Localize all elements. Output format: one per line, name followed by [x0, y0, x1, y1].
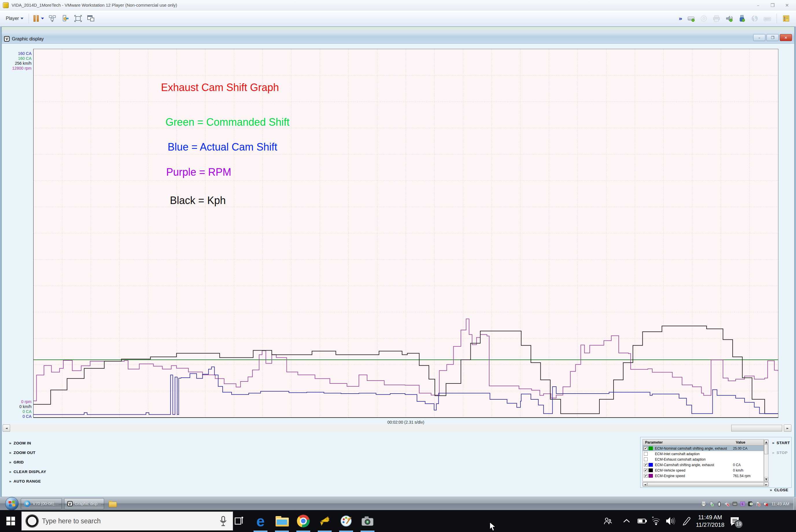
usb-icon[interactable]: [737, 14, 747, 23]
vmware-icon[interactable]: [314, 510, 335, 532]
table-row[interactable]: ✔ECM-Nominal camshaft shifting angle, ex…: [643, 445, 764, 451]
suspend-button[interactable]: [32, 15, 40, 22]
zoom-out-button[interactable]: »ZOOM OUT: [9, 448, 46, 457]
paint-icon[interactable]: [335, 510, 357, 532]
table-horizontal-scrollbar[interactable]: ◄ ►: [643, 482, 769, 487]
expand-toolbar-icon[interactable]: »: [679, 15, 682, 22]
value-column-header[interactable]: Value: [736, 440, 759, 444]
battery-icon[interactable]: [637, 510, 647, 532]
host-clock[interactable]: 11:49 AM11/27/2018: [695, 510, 725, 532]
vm-explorer-button[interactable]: [109, 501, 116, 507]
auto-range-button[interactable]: »AUTO RANGE: [9, 476, 46, 486]
scroll-left-button[interactable]: ◄: [3, 424, 10, 432]
fullscreen-icon[interactable]: [73, 14, 83, 23]
vmware-tools-icon[interactable]: vm: [733, 501, 737, 506]
mouse-cursor: [489, 522, 497, 532]
usb-icon[interactable]: [709, 501, 714, 506]
pen-icon[interactable]: [682, 510, 691, 532]
row-checkbox[interactable]: ✔: [644, 463, 648, 467]
clear-display-button[interactable]: »CLEAR DISPLAY: [9, 467, 46, 476]
arrow-icon: »: [9, 460, 12, 464]
vm-show-desktop-button[interactable]: [793, 497, 796, 510]
parameter-panel: Parameter Value ✔ECM-Nominal camshaft sh…: [640, 437, 792, 488]
wifi-icon[interactable]: *: [651, 510, 661, 532]
tools-note-icon[interactable]: [781, 14, 791, 23]
gd-minimize-button[interactable]: –: [753, 34, 765, 41]
sound-icon[interactable]: [724, 14, 734, 23]
parameter-column-header[interactable]: Parameter: [643, 440, 736, 444]
row-checkbox[interactable]: ✔: [644, 446, 648, 450]
vm-start-button[interactable]: [5, 497, 19, 510]
chevron-up-icon[interactable]: [622, 510, 631, 532]
vida-play-icon[interactable]: [748, 501, 753, 506]
search-box[interactable]: Type here to search: [21, 512, 233, 531]
row-checkbox[interactable]: [644, 452, 648, 456]
gd-restore-button[interactable]: ❐: [766, 34, 779, 41]
gd-close-button[interactable]: ✕: [780, 34, 792, 41]
zoom-in-button[interactable]: »ZOOM IN: [9, 438, 46, 448]
table-scroll-up-button[interactable]: ▲: [764, 440, 768, 444]
printer-icon[interactable]: [701, 501, 706, 506]
chart-plot-area[interactable]: Exhaust Cam Shift GraphGreen = Commanded…: [33, 49, 778, 418]
scroll-right-button[interactable]: ►: [784, 424, 791, 432]
table-scroll-down-button[interactable]: ▼: [764, 477, 768, 481]
action-center-icon[interactable]: 19: [730, 510, 740, 532]
parameter-name: ECM-Nominal camshaft shifting angle, exh…: [655, 446, 733, 451]
printer-icon[interactable]: [711, 14, 721, 23]
task-view-button[interactable]: [228, 510, 250, 532]
stop-button[interactable]: » STOP: [772, 451, 788, 455]
table-row[interactable]: ✔ECM-Vehicle speed0 km/h: [643, 468, 764, 473]
file-explorer-icon[interactable]: [271, 510, 293, 532]
table-row[interactable]: ✔ECM-Camshaft shifting angle, exhaust0 C…: [643, 462, 764, 468]
table-vertical-scrollbar[interactable]: ▲ ▼: [764, 439, 769, 482]
start-button[interactable]: [0, 510, 21, 532]
table-row[interactable]: ✔ECM-Engine speed761.54 rpm: [643, 473, 764, 478]
table-scroll-right-button[interactable]: ►: [764, 482, 769, 486]
devices-icon[interactable]: [60, 14, 70, 23]
vm-taskbar: eV70 (00-08),...VGraphic disp... vm E 11…: [0, 497, 796, 510]
grid-button[interactable]: »GRID: [9, 457, 46, 467]
axis-label: 160 CA: [3, 51, 32, 56]
microphone-icon[interactable]: [220, 516, 227, 526]
vmware-player-window: VIDA_2014D_1MoreTech - VMware Workstatio…: [0, 0, 796, 532]
close-button-gd[interactable]: » CLOSE: [770, 488, 788, 492]
table-row[interactable]: ECM-Exhaust camshaft adaption: [643, 457, 764, 462]
battery-icon[interactable]: [717, 501, 722, 506]
volume-icon[interactable]: [666, 510, 676, 532]
start-button[interactable]: » START: [772, 441, 790, 445]
mute-icon[interactable]: [725, 501, 729, 506]
player-menu[interactable]: Player: [3, 15, 26, 22]
suspend-menu-icon[interactable]: [41, 18, 44, 19]
clock-time: 11:49 AM: [696, 513, 725, 521]
parameter-table: Parameter Value ✔ECM-Nominal camshaft sh…: [643, 439, 764, 481]
edge-icon[interactable]: e: [250, 510, 271, 532]
close-button[interactable]: ✕: [780, 0, 794, 11]
table-scroll-left-button[interactable]: ◄: [643, 482, 647, 486]
vm-task-graphic-disp-[interactable]: VGraphic disp...: [64, 498, 104, 509]
chart-horizontal-scrollbar[interactable]: ◄ ►: [3, 424, 791, 432]
vida-e-icon[interactable]: E: [740, 501, 745, 506]
vm-task-v70-00-08-[interactable]: eV70 (00-08),...: [21, 498, 62, 509]
vm-clock[interactable]: 11:49 AM: [772, 501, 789, 506]
camera-icon[interactable]: [357, 510, 378, 532]
cd-icon[interactable]: [699, 14, 709, 23]
row-checkbox[interactable]: [644, 457, 648, 461]
scrollbar-thumb[interactable]: [731, 425, 782, 432]
vida-icon: V: [67, 501, 73, 506]
maximize-button[interactable]: ❐: [765, 0, 780, 11]
keyboard-icon[interactable]: [762, 14, 772, 23]
unity-icon[interactable]: [86, 14, 96, 23]
bluetooth-icon[interactable]: [750, 14, 760, 23]
minimize-button[interactable]: –: [751, 0, 765, 11]
chrome-icon[interactable]: [293, 510, 314, 532]
disconnect-icon[interactable]: [764, 501, 769, 506]
people-icon[interactable]: [603, 510, 612, 532]
row-checkbox[interactable]: ✔: [644, 474, 648, 478]
hard-disk-icon[interactable]: [686, 14, 696, 23]
ctrl-alt-del-icon[interactable]: [48, 14, 58, 23]
row-checkbox[interactable]: ✔: [644, 469, 648, 472]
table-vscroll-thumb[interactable]: [764, 444, 768, 454]
flag-icon[interactable]: [756, 501, 761, 506]
table-hscroll-thumb[interactable]: [647, 482, 764, 486]
table-row[interactable]: ECM-Inlet camshaft adaption: [643, 451, 764, 457]
